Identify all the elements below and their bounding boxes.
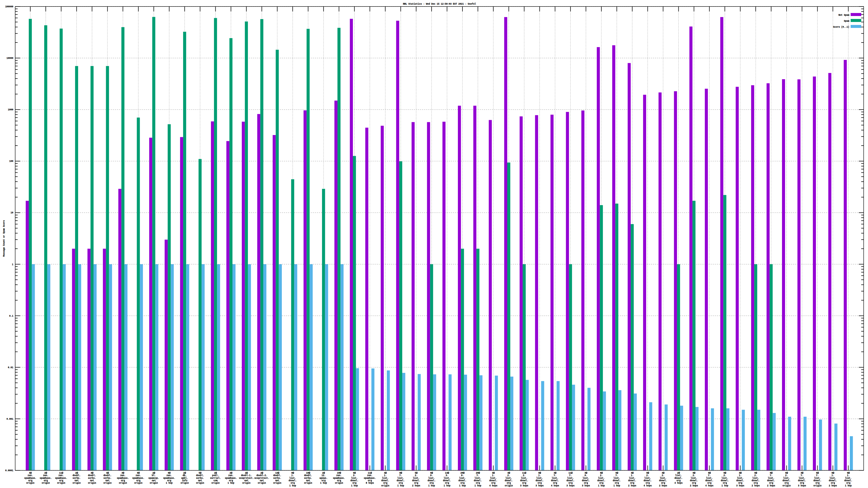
svg-text:origin: origin [26, 482, 34, 484]
svg-text:org: org [615, 482, 619, 484]
svg-text:org: org [677, 479, 681, 482]
svg-text:4 hops: 4 hops [489, 485, 497, 487]
svg-text:spamhaus.: spamhaus. [163, 477, 175, 479]
svg-text:1 hop: 1 hop [428, 485, 435, 487]
svg-text:spamhaus.: spamhaus. [55, 477, 67, 479]
svg-text:org: org [661, 482, 665, 484]
svg-text:3@: 3@ [91, 472, 93, 474]
svg-text:2 hops: 2 hops [628, 485, 637, 487]
svg-text:2@: 2@ [677, 472, 680, 474]
svg-text:org: org [784, 482, 788, 484]
svg-text:list.: list. [459, 477, 466, 479]
svg-text:1 hop: 1 hop [845, 485, 852, 487]
svg-text:origin: origin [150, 482, 158, 484]
svg-text:6@: 6@ [785, 472, 788, 474]
svg-text:net: net [275, 479, 279, 482]
svg-text:dnswl.: dnswl. [551, 479, 559, 482]
svg-text:0.: 0. [585, 474, 587, 477]
svg-text:2 hops: 2 hops [412, 485, 420, 487]
svg-text:2.: 2. [662, 474, 664, 477]
svg-text:2.: 2. [646, 474, 649, 477]
svg-text:4 hops: 4 hops [675, 482, 683, 484]
svg-text:4@: 4@ [29, 472, 32, 474]
svg-text:dnswl.: dnswl. [628, 479, 637, 482]
svg-text:3@: 3@ [492, 472, 495, 474]
svg-text:dnsbl-2.: dnsbl-2. [256, 474, 267, 477]
svg-text:bl.: bl. [152, 474, 156, 477]
svg-text:origin: origin [212, 482, 220, 484]
svg-text:org: org [754, 482, 758, 484]
svg-text:org: org [522, 482, 526, 484]
svg-text:2 hops: 2 hops [767, 485, 775, 487]
svg-text:2.: 2. [754, 474, 757, 477]
svg-text:spamhaus.: spamhaus. [333, 477, 345, 479]
svg-text:net: net [260, 479, 264, 482]
svg-text:dnswl.: dnswl. [813, 479, 822, 482]
svg-text:9@: 9@ [137, 472, 140, 474]
svg-text:6@: 6@ [816, 472, 819, 474]
svg-text:list.: list. [830, 477, 836, 479]
svg-text:origin: origin [813, 485, 822, 487]
svg-text:6@: 6@ [600, 472, 603, 474]
svg-text:10@: 10@ [306, 472, 310, 474]
svg-text:2 hops: 2 hops [752, 485, 760, 487]
svg-text:1.: 1. [291, 474, 294, 477]
svg-text:1 hop: 1 hop [320, 482, 327, 484]
svg-text:dnsbl.: dnsbl. [88, 474, 96, 477]
svg-text:dnswl.: dnswl. [397, 479, 405, 482]
svg-text:14@: 14@ [445, 472, 449, 474]
svg-text:2@: 2@ [44, 472, 47, 474]
svg-text:2@: 2@ [214, 472, 217, 474]
svg-text:2@: 2@ [245, 472, 248, 474]
svg-text:3 hops: 3 hops [798, 485, 806, 487]
svg-text:dnswl.: dnswl. [721, 479, 729, 482]
svg-text:Y.: Y. [801, 474, 803, 477]
svg-text:org: org [831, 482, 835, 484]
svg-text:list.: list. [505, 477, 512, 479]
svg-text:com: com [214, 479, 218, 482]
svg-text:zen.: zen. [135, 474, 141, 477]
svg-text:list.: list. [289, 477, 296, 479]
svg-text:org: org [167, 479, 171, 482]
svg-text:list.: list. [552, 477, 558, 479]
svg-text:zen.: zen. [228, 474, 234, 477]
svg-text:2 hops: 2 hops [659, 485, 667, 487]
svg-text:9@: 9@ [399, 472, 402, 474]
svg-text:Not Spam: Not Spam [838, 14, 849, 16]
svg-text:origin: origin [381, 485, 389, 487]
svg-text:org: org [738, 482, 742, 484]
svg-text:3 hops: 3 hops [582, 485, 590, 487]
svg-text:1000: 1000 [8, 108, 13, 111]
svg-text:dnswl.: dnswl. [644, 479, 652, 482]
svg-text:surriel.: surriel. [210, 477, 221, 479]
svg-text:11@: 11@ [368, 472, 372, 474]
svg-text:origin: origin [335, 482, 343, 484]
svg-text:origin: origin [505, 485, 513, 487]
svg-text:20@: 20@ [460, 472, 464, 474]
svg-text:2 hops: 2 hops [829, 485, 837, 487]
svg-text:dnswl.: dnswl. [381, 479, 389, 482]
svg-text:org: org [800, 482, 804, 484]
svg-text:org: org [321, 479, 326, 482]
svg-text:20@: 20@ [476, 472, 480, 474]
svg-text:3 hops: 3 hops [520, 485, 528, 487]
svg-text:net: net [90, 479, 94, 482]
svg-text:dnsbl.: dnsbl. [273, 474, 281, 477]
svg-text:org: org [383, 482, 388, 484]
svg-text:1 hop: 1 hop [166, 482, 173, 484]
svg-text:net: net [198, 479, 202, 482]
svg-text:dnswl.: dnswl. [289, 479, 297, 482]
svg-text:origin: origin [782, 485, 791, 487]
svg-text:2@: 2@ [152, 472, 155, 474]
svg-text:dnswl.: dnswl. [844, 479, 852, 482]
svg-text:org: org [337, 479, 341, 482]
svg-text:9@: 9@ [847, 472, 849, 474]
svg-text:0.: 0. [430, 474, 433, 477]
svg-text:1.: 1. [492, 474, 495, 477]
svg-text:list.: list. [783, 477, 790, 479]
svg-text:list.: list. [428, 477, 435, 479]
svg-text:org: org [646, 482, 650, 484]
svg-text:2.: 2. [507, 474, 510, 477]
svg-text:6@: 6@ [430, 472, 433, 474]
svg-text:org: org [368, 479, 372, 482]
